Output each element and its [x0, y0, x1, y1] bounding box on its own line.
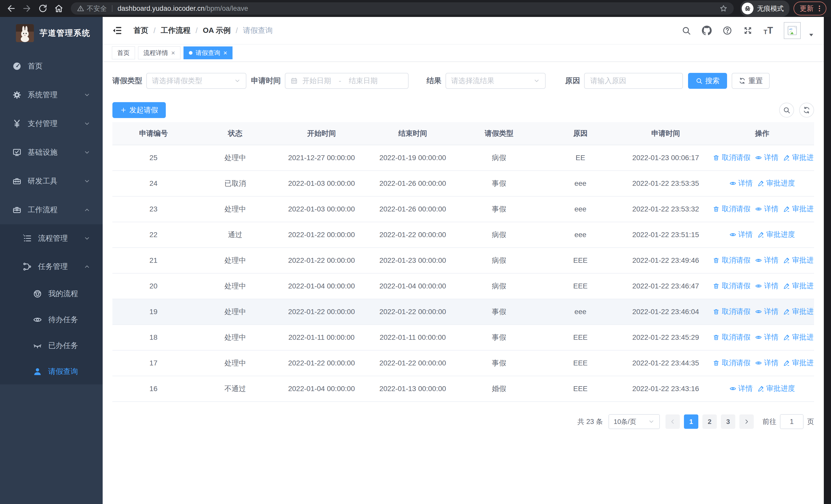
page-button[interactable]: 2 [703, 414, 717, 429]
page-size-select[interactable]: 10条/页 [608, 414, 660, 429]
github-icon[interactable] [702, 26, 712, 35]
sidebar-item-leave-query[interactable]: 请假查询 [0, 358, 103, 384]
close-icon[interactable]: × [171, 50, 175, 56]
cell-type: 事假 [458, 196, 540, 222]
page-button[interactable]: 3 [721, 414, 735, 429]
progress-link[interactable]: 审批进度 [783, 153, 814, 162]
avatar-caret-down-icon[interactable] [808, 32, 814, 38]
forward-icon[interactable] [22, 4, 32, 13]
tab-leave-query[interactable]: 请假查询× [183, 47, 232, 59]
create-leave-button[interactable]: 发起请假 [112, 102, 166, 118]
sidebar-item-payment[interactable]: 支付管理 [0, 109, 103, 138]
breadcrumb-item[interactable]: OA 示例 [203, 25, 230, 36]
tab-home[interactable]: 首页 [112, 47, 135, 59]
table-row: 25处理中2021-12-27 00:00:002022-01-19 00:00… [112, 145, 814, 171]
gear-icon [12, 90, 22, 99]
cancel-leave-link[interactable]: 取消请假 [713, 153, 750, 162]
cancel-leave-link[interactable]: 取消请假 [713, 255, 750, 265]
breadcrumb-item[interactable]: 工作流程 [161, 25, 191, 36]
search-button[interactable]: 搜索 [688, 73, 727, 89]
url-path: /bpm/oa/leave [204, 5, 248, 12]
detail-link[interactable]: 详情 [755, 204, 778, 214]
browser-menu-dots-icon[interactable] [815, 5, 823, 12]
browser-scrollbar[interactable] [824, 17, 831, 504]
bookmark-star-icon[interactable] [719, 4, 727, 12]
sidebar-item-done-tasks[interactable]: 已办任务 [0, 333, 103, 358]
toggle-search-button[interactable] [779, 102, 794, 118]
detail-link[interactable]: 详情 [755, 307, 778, 317]
detail-link[interactable]: 详情 [755, 255, 778, 265]
cell-reason: eee [540, 222, 621, 248]
detail-link[interactable]: 详情 [755, 153, 778, 162]
reason-input[interactable] [590, 77, 677, 85]
top-navbar: 首页/工作流程/OA 示例/请假查询 TT [103, 17, 824, 45]
next-page-button[interactable] [739, 414, 754, 429]
table-row: 20处理中2022-01-04 00:00:002022-01-04 00:00… [112, 273, 814, 299]
sidebar-fold-icon[interactable] [112, 25, 123, 36]
progress-link[interactable]: 审批进度 [783, 204, 814, 214]
detail-link[interactable]: 详情 [755, 358, 778, 368]
goto-page-input[interactable] [780, 417, 803, 426]
cell-start: 2022-01-04 00:00:00 [276, 273, 367, 299]
page-button[interactable]: 1 [684, 414, 698, 429]
sidebar-item-devtools[interactable]: 研发工具 [0, 167, 103, 196]
address-bar[interactable]: 不安全 dashboard.yudao.iocoder.cn /bpm/oa/l… [71, 2, 734, 14]
sidebar-item-home[interactable]: 首页 [0, 52, 103, 81]
help-icon[interactable] [722, 26, 732, 35]
cell-end: 2022-01-11 00:00:00 [367, 325, 458, 350]
sidebar-item-label: 我的流程 [48, 289, 78, 299]
sidebar-submenu: 流程管理任务管理我的流程待办任务已办任务请假查询 [0, 224, 103, 384]
action-label: 详情 [738, 384, 753, 393]
home-icon[interactable] [54, 4, 64, 13]
detail-link[interactable]: 详情 [729, 178, 753, 188]
prev-page-button[interactable] [665, 414, 680, 429]
apply-time-range-picker[interactable]: 开始日期 - 结束日期 [285, 73, 408, 89]
app-logo-row[interactable]: 芋道管理系统 [0, 17, 103, 45]
refresh-table-button[interactable] [799, 102, 814, 118]
table-row: 22通过2022-01-22 00:00:002022-01-22 00:00:… [112, 222, 814, 248]
browser-update-button[interactable]: 更新 [794, 2, 826, 16]
progress-link[interactable]: 审批进度 [757, 230, 795, 239]
progress-link[interactable]: 审批进度 [783, 281, 814, 291]
detail-link[interactable]: 详情 [729, 384, 753, 393]
progress-link[interactable]: 审批进度 [783, 307, 814, 317]
cancel-leave-link[interactable]: 取消请假 [713, 332, 750, 342]
fullscreen-icon[interactable] [743, 26, 753, 35]
sidebar-item-workflow[interactable]: 工作流程 [0, 196, 103, 224]
progress-link[interactable]: 审批进度 [783, 358, 814, 368]
progress-link[interactable]: 审批进度 [757, 178, 795, 188]
result-select[interactable]: 请选择流结果 [446, 73, 546, 89]
back-icon[interactable] [6, 4, 16, 13]
reset-button[interactable]: 重置 [732, 73, 770, 89]
detail-link[interactable]: 详情 [755, 281, 778, 291]
cancel-leave-link[interactable]: 取消请假 [713, 281, 750, 291]
cell-start: 2022-01-22 00:00:00 [276, 248, 367, 273]
action-label: 取消请假 [722, 153, 750, 162]
breadcrumb-item[interactable]: 首页 [134, 25, 148, 36]
cancel-leave-link[interactable]: 取消请假 [713, 204, 750, 214]
sidebar-item-system[interactable]: 系统管理 [0, 81, 103, 109]
progress-link[interactable]: 审批进度 [783, 332, 814, 342]
pen-icon [783, 283, 790, 290]
detail-link[interactable]: 详情 [755, 332, 778, 342]
cancel-leave-link[interactable]: 取消请假 [713, 307, 750, 317]
sidebar-item-task-mgmt[interactable]: 任务管理 [0, 253, 103, 281]
sidebar-item-todo-tasks[interactable]: 待办任务 [0, 307, 103, 333]
logo-image [16, 24, 34, 42]
cell-type: 事假 [458, 350, 540, 376]
cancel-leave-link[interactable]: 取消请假 [713, 358, 750, 368]
reload-icon[interactable] [38, 4, 48, 13]
search-icon[interactable] [681, 26, 691, 35]
close-icon[interactable]: × [223, 50, 227, 56]
sidebar-item-infra[interactable]: 基础设施 [0, 138, 103, 167]
sidebar-item-my-process[interactable]: 我的流程 [0, 281, 103, 307]
avatar[interactable] [784, 22, 801, 39]
font-size-icon[interactable]: TT [764, 26, 773, 35]
tab-process-detail[interactable]: 流程详情× [138, 47, 180, 59]
progress-link[interactable]: 审批进度 [757, 384, 795, 393]
detail-link[interactable]: 详情 [729, 230, 753, 239]
progress-link[interactable]: 审批进度 [783, 255, 814, 265]
sidebar-item-process-mgmt[interactable]: 流程管理 [0, 224, 103, 253]
leave-type-select[interactable]: 请选择请假类型 [146, 73, 247, 89]
cell-apply_time: 2022-01-22 23:45:29 [621, 325, 710, 350]
